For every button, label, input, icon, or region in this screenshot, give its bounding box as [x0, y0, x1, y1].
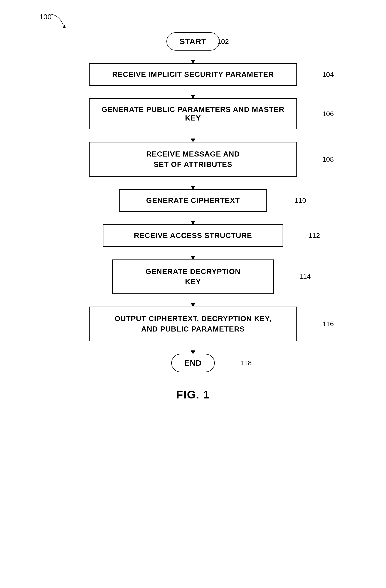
step-114-label: GENERATE DECRYPTION KEY [122, 266, 264, 287]
step-110-rect: GENERATE CIPHERTEXT [119, 189, 267, 212]
step-112-rect: RECEIVE ACCESS STRUCTURE [103, 224, 283, 247]
step-114-ref: 114 [299, 273, 311, 280]
step-104-label: RECEIVE IMPLICIT SECURITY PARAMETER [112, 70, 274, 79]
step-108-label: RECEIVE MESSAGE AND SET OF ATTRIBUTES [99, 149, 287, 170]
figure-100-label: 100 [39, 13, 51, 21]
step-116-label: OUTPUT CIPHERTEXT, DECRYPTION KEY, AND P… [99, 314, 287, 334]
arrow-4 [193, 177, 193, 189]
step-106-ref: 106 [322, 110, 334, 118]
arrow-7 [193, 294, 193, 307]
end-ref: 118 [240, 359, 252, 367]
step-104-rect: RECEIVE IMPLICIT SECURITY PARAMETER [89, 63, 297, 86]
step-110-label: GENERATE CIPHERTEXT [146, 196, 240, 205]
step-116-rect: OUTPUT CIPHERTEXT, DECRYPTION KEY, AND P… [89, 307, 297, 341]
step-112-row: RECEIVE ACCESS STRUCTURE 112 [103, 224, 283, 247]
end-label: END [184, 358, 202, 367]
step-106-rect: GENERATE PUBLIC PARAMETERS AND MASTER KE… [89, 98, 297, 129]
step-108-ref: 108 [322, 155, 334, 163]
step-112-label: RECEIVE ACCESS STRUCTURE [134, 231, 252, 240]
start-ref: 102 [217, 38, 229, 45]
diagram-container: 100 START 102 RECEIVE IMPLICIT SECURITY … [0, 0, 386, 588]
step-106-row: GENERATE PUBLIC PARAMETERS AND MASTER KE… [89, 98, 297, 129]
step-104-ref: 104 [322, 71, 334, 79]
step-110-ref: 110 [295, 196, 306, 204]
step-114-row: GENERATE DECRYPTION KEY 114 [112, 259, 274, 294]
svg-marker-0 [63, 25, 66, 28]
step-116-ref: 116 [322, 320, 334, 328]
arrow-3 [193, 129, 193, 142]
step-114-rect: GENERATE DECRYPTION KEY [112, 259, 274, 294]
arrow-5 [193, 212, 193, 224]
step-108-row: RECEIVE MESSAGE AND SET OF ATTRIBUTES 10… [89, 142, 297, 177]
end-oval: END [171, 354, 215, 372]
arrow-8 [193, 341, 193, 354]
flowchart: START 102 RECEIVE IMPLICIT SECURITY PARA… [0, 19, 386, 372]
arrow-2 [193, 86, 193, 98]
start-label: START [180, 37, 206, 46]
step-106-label: GENERATE PUBLIC PARAMETERS AND MASTER KE… [102, 105, 284, 122]
step-116-row: OUTPUT CIPHERTEXT, DECRYPTION KEY, AND P… [89, 307, 297, 341]
start-node-row: START 102 [167, 32, 219, 51]
step-112-ref: 112 [308, 231, 320, 239]
arrow-1 [193, 51, 193, 63]
figure-caption: FIG. 1 [176, 388, 210, 401]
step-104-row: RECEIVE IMPLICIT SECURITY PARAMETER 104 [89, 63, 297, 86]
end-node-row: END 118 [171, 354, 215, 372]
step-108-rect: RECEIVE MESSAGE AND SET OF ATTRIBUTES [89, 142, 297, 177]
start-oval: START [167, 32, 219, 51]
step-110-row: GENERATE CIPHERTEXT 110 [119, 189, 267, 212]
arrow-6 [193, 247, 193, 259]
